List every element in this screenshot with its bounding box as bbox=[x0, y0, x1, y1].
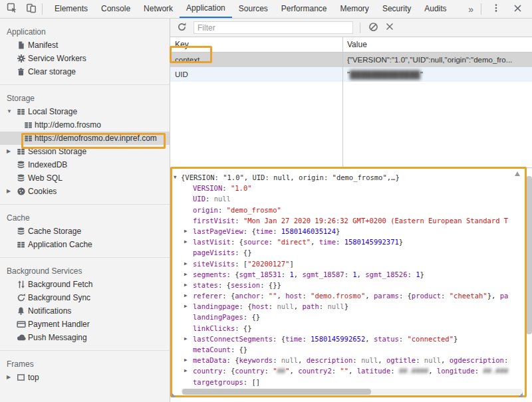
preview-line[interactable]: ▶metaData: {keywords: null, description:… bbox=[170, 355, 532, 365]
filter-input[interactable] bbox=[194, 21, 353, 34]
preview-line[interactable]: ▼{VERSION: "1.0", UID: null, origin: "de… bbox=[170, 172, 532, 183]
expander-closed-icon[interactable]: ▶ bbox=[184, 226, 188, 237]
tab-application[interactable]: Application bbox=[180, 0, 232, 18]
sidebar-item-label: Cookies bbox=[28, 187, 57, 196]
more-tabs-icon[interactable]: » bbox=[468, 4, 473, 15]
preview-line[interactable]: ▶lastVisit: {source: "direct", time: 158… bbox=[170, 237, 532, 247]
sidebar-item-session-storage[interactable]: ▶Session Storage bbox=[0, 145, 170, 158]
devtools-menu-button[interactable] bbox=[489, 3, 503, 16]
preview-line[interactable]: ▶segments: {sgmt_18531: 1, sgmt_18587: 1… bbox=[170, 269, 532, 280]
expander-closed-icon[interactable]: ▶ bbox=[184, 365, 188, 376]
sidebar-item-manifest[interactable]: Manifest bbox=[0, 39, 170, 52]
sidebar-item-label: Push Messaging bbox=[28, 333, 87, 342]
sidebar-item-local-storage[interactable]: ▼Local Storage bbox=[0, 105, 170, 118]
expander-closed-icon[interactable]: ▶ bbox=[184, 237, 188, 247]
expander-open-icon[interactable]: ▼ bbox=[174, 172, 177, 183]
preview-line[interactable]: ▶siteVisits: ["20200127"] bbox=[170, 258, 532, 269]
section-title: Storage bbox=[0, 92, 170, 105]
cloud-icon bbox=[17, 333, 26, 342]
expander-closed-icon[interactable]: ▶ bbox=[184, 269, 188, 280]
device-toolbar-button[interactable] bbox=[25, 3, 38, 16]
sidebar-item-push-messaging[interactable]: Push Messaging bbox=[0, 331, 170, 344]
expander-closed-icon[interactable]: ▶ bbox=[184, 280, 188, 290]
sidebar-item-cache-storage[interactable]: Cache Storage bbox=[0, 225, 170, 238]
preview-line: VERSION: "1.0" bbox=[170, 183, 532, 193]
sidebar-item-top[interactable]: ▶top bbox=[0, 371, 170, 384]
tab-network[interactable]: Network bbox=[137, 0, 180, 18]
sidebar-section-frames: Frames▶top bbox=[0, 351, 170, 390]
refresh-icon bbox=[177, 22, 187, 34]
tab-elements[interactable]: Elements bbox=[48, 0, 94, 18]
sidebar-item-label: Manifest bbox=[28, 41, 58, 50]
expander-closed-icon[interactable]: ▶ bbox=[184, 290, 188, 301]
value-cell: {"VERSION":"1.0","UID":null,"origin":"de… bbox=[347, 52, 531, 67]
expander-closed-icon[interactable]: ▶ bbox=[184, 258, 188, 269]
chevron-right-icon[interactable]: ▶ bbox=[7, 185, 11, 198]
inspect-element-button[interactable] bbox=[5, 3, 19, 16]
local-storage-view: Key Value context{"VERSION":"1.0","UID":… bbox=[170, 19, 532, 402]
expander-closed-icon[interactable]: ▶ bbox=[184, 355, 188, 365]
tab-console[interactable]: Console bbox=[94, 0, 137, 18]
gear-icon bbox=[17, 54, 26, 63]
value-cell: "█████████████" bbox=[347, 67, 531, 82]
application-panel-sidebar: ApplicationManifestService WorkersClear … bbox=[0, 19, 170, 402]
corner-mark-top-right bbox=[515, 171, 520, 176]
column-header-value[interactable]: Value bbox=[347, 37, 367, 52]
delete-selected-button[interactable] bbox=[383, 21, 396, 35]
chevron-right-icon[interactable]: ▶ bbox=[7, 145, 11, 158]
sync-icon bbox=[17, 293, 26, 302]
tab-strip: ElementsConsoleNetworkApplicationSources… bbox=[48, 0, 454, 18]
tab-sources[interactable]: Sources bbox=[232, 0, 275, 18]
local-storage-toolbar bbox=[170, 19, 532, 37]
inspect-cursor-icon bbox=[7, 3, 17, 15]
sidebar-item-label: Session Storage bbox=[28, 147, 86, 156]
tab-memory[interactable]: Memory bbox=[334, 0, 376, 18]
column-header-key[interactable]: Key bbox=[170, 40, 189, 49]
preview-line[interactable]: ▶lastConnectSegments: {time: 15801459926… bbox=[170, 334, 532, 344]
section-title: Cache bbox=[0, 211, 170, 225]
vertical-scrollbar[interactable] bbox=[526, 172, 532, 394]
sidebar-item-application-cache[interactable]: Application Cache bbox=[0, 238, 170, 251]
table-row-uid[interactable]: UID"█████████████" bbox=[170, 67, 532, 82]
sidebar-section-application: ApplicationManifestService WorkersClear … bbox=[0, 19, 170, 85]
sidebar-item-clear-storage[interactable]: Clear storage bbox=[0, 65, 170, 78]
clear-all-button[interactable] bbox=[366, 21, 380, 35]
preview-line[interactable]: ▶country: {country: "##", country2: "", … bbox=[170, 365, 532, 376]
sidebar-item-cookies[interactable]: ▶Cookies bbox=[0, 185, 170, 198]
corner-mark-bottom-right bbox=[518, 393, 523, 397]
sidebar-item-indexeddb[interactable]: IndexedDB bbox=[0, 158, 170, 171]
preview-line[interactable]: ▶states: {session: {}} bbox=[170, 280, 532, 290]
tab-security[interactable]: Security bbox=[376, 0, 418, 18]
sidebar-item-background-sync[interactable]: Background Sync bbox=[0, 291, 170, 304]
table-icon bbox=[24, 120, 33, 130]
sidebar-item-background-fetch[interactable]: Background Fetch bbox=[0, 278, 170, 291]
sidebar-item-web-sql[interactable]: Web SQL bbox=[0, 171, 170, 185]
sidebar-item-label: top bbox=[28, 373, 39, 382]
sidebar-item-notifications[interactable]: Notifications bbox=[0, 304, 170, 318]
refresh-button[interactable] bbox=[176, 22, 188, 34]
column-resizer[interactable] bbox=[342, 37, 343, 167]
preview-line[interactable]: ▶referer: {anchor: "", host: "demo.frosm… bbox=[170, 290, 532, 301]
sidebar-section-cache: CacheCache StorageApplication Cache bbox=[0, 205, 170, 258]
frame-icon bbox=[17, 373, 26, 382]
sidebar-item-http-demo-frosmo[interactable]: http://demo.frosmo bbox=[0, 118, 170, 132]
sidebar-item-label: Background Fetch bbox=[28, 280, 92, 289]
expander-closed-icon[interactable]: ▶ bbox=[184, 334, 188, 344]
table-row-context[interactable]: context{"VERSION":"1.0","UID":null,"orig… bbox=[170, 52, 532, 67]
sidebar-item-payment-handler[interactable]: Payment Handler bbox=[0, 318, 170, 331]
chevron-right-icon[interactable]: ▶ bbox=[7, 371, 11, 384]
expander-closed-icon[interactable]: ▶ bbox=[184, 301, 188, 312]
table-icon bbox=[24, 134, 33, 143]
sidebar-item-label: Notifications bbox=[28, 306, 71, 316]
tab-audits[interactable]: Audits bbox=[418, 0, 453, 18]
chevron-down-icon[interactable]: ▼ bbox=[7, 105, 12, 118]
preview-line[interactable]: ▶landingpage: {host: null, path: null} bbox=[170, 301, 532, 312]
kebab-menu-icon bbox=[491, 3, 501, 15]
devtools-close-button[interactable] bbox=[511, 3, 524, 16]
preview-line[interactable]: ▶lastPageView: {time: 1580146035124} bbox=[170, 226, 532, 237]
sidebar-item-service-workers[interactable]: Service Workers bbox=[0, 52, 170, 65]
horizontal-scrollbar[interactable] bbox=[181, 389, 523, 395]
preview-line: metaCount: {} bbox=[170, 344, 532, 355]
sidebar-item-https-demofrosmo-dev-inpref-com[interactable]: https://demofrosmo.dev.inpref.com bbox=[0, 132, 170, 145]
tab-performance[interactable]: Performance bbox=[275, 0, 334, 18]
